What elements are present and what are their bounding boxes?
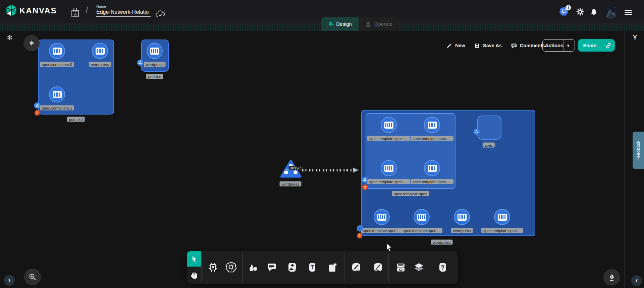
container-node[interactable] — [414, 209, 430, 225]
drawer-icon — [395, 262, 406, 273]
container-node[interactable] — [49, 43, 65, 59]
pod-kind-icon[interactable] — [474, 129, 480, 135]
error-count-badge[interactable]: 3 — [357, 233, 363, 239]
group-label: wordpress — [431, 240, 452, 245]
hand-icon — [191, 271, 198, 279]
settings-gear-icon[interactable] — [576, 8, 584, 16]
pencil-squiggle-icon — [373, 262, 383, 273]
note-tool[interactable] — [326, 261, 339, 274]
comments-label: Comments — [520, 43, 545, 48]
sync-spiral-icon[interactable]: ✻ — [7, 34, 12, 41]
mesh-component-tool[interactable] — [207, 261, 219, 274]
user-avatar[interactable] — [604, 5, 618, 19]
node-label: wordpress — [89, 62, 111, 67]
layers-tool[interactable] — [413, 261, 425, 274]
expand-right-panel-button[interactable]: ‹ — [631, 275, 642, 286]
container-node[interactable] — [374, 209, 390, 225]
error-count-badge[interactable]: 2 — [35, 110, 40, 116]
left-rail — [0, 31, 19, 288]
deployment-kind-icon[interactable]: ✻ — [357, 225, 363, 232]
actions-dropdown-button[interactable]: Actions ▾ — [542, 39, 575, 52]
new-button[interactable]: New — [446, 43, 465, 49]
expand-left-panel-button[interactable]: › — [4, 275, 15, 286]
comment-bubble-icon — [266, 262, 277, 273]
svg-text:?: ? — [441, 264, 445, 271]
tab-design[interactable]: ✻ Design — [322, 17, 359, 31]
swirl-icon: ✻ — [359, 227, 361, 230]
shapes-icon — [247, 262, 259, 273]
tab-operate[interactable]: Operate — [359, 17, 399, 31]
notifications-bell-icon[interactable] — [590, 8, 598, 16]
copy-link-icon[interactable] — [602, 42, 615, 49]
chevron-right-icon: › — [8, 277, 10, 284]
feedback-tab[interactable]: Feedback — [633, 132, 644, 169]
feedback-label: Feedback — [636, 140, 641, 160]
pen-tool-button[interactable] — [603, 269, 620, 286]
dock-divider — [201, 253, 202, 282]
pod-kind-icon[interactable] — [137, 60, 144, 66]
dock-divider — [242, 253, 243, 282]
help-tool[interactable]: ? — [436, 261, 449, 274]
text-tool[interactable]: T — [306, 261, 319, 274]
chip-icon — [208, 262, 218, 273]
main-menu-icon[interactable] — [625, 8, 632, 16]
comments-button[interactable]: Comments — [511, 43, 545, 49]
error-count-badge[interactable]: 3 — [362, 185, 368, 190]
svg-text:T: T — [311, 265, 314, 270]
chevron-left-icon: ‹ — [635, 277, 638, 284]
kubernetes-tool[interactable] — [225, 261, 237, 274]
container-node[interactable] — [454, 209, 470, 225]
group-spec-template-spec[interactable] — [366, 113, 455, 189]
tab-operate-label: Operate — [374, 21, 392, 27]
image-tool[interactable] — [286, 261, 299, 274]
dock-divider — [388, 253, 389, 282]
mode-tabs: ✻ Design Operate — [321, 17, 399, 31]
group-spec[interactable] — [477, 116, 501, 140]
group-label: pod-skd — [67, 117, 85, 122]
caret-down-icon[interactable]: ▾ — [564, 43, 573, 48]
container-node[interactable] — [494, 209, 510, 225]
node-label: spec.template.spec.s... — [411, 179, 453, 184]
comment-tool[interactable] — [265, 261, 278, 274]
new-pencil-icon — [446, 43, 452, 49]
help-icon: ? — [438, 262, 448, 273]
kanvas-logo-icon[interactable] — [5, 4, 18, 17]
group-label: spec.template.spec — [392, 191, 429, 196]
select-tool[interactable] — [187, 251, 201, 267]
node-label: wordpress — [279, 182, 301, 187]
brand-wordmark: KANVAS — [19, 6, 57, 15]
pod-kind-icon[interactable] — [34, 102, 41, 109]
container-node[interactable] — [424, 117, 440, 133]
network-edge[interactable] — [302, 169, 353, 171]
node-label: spec.containers.1 — [40, 105, 74, 111]
validate-y-icon[interactable]: Y — [633, 34, 637, 41]
design-name-field: Name — [96, 4, 151, 17]
share-button[interactable]: Share — [578, 39, 615, 52]
design-name-input[interactable] — [96, 8, 151, 17]
layers-icon — [413, 262, 425, 273]
saved-components-tool[interactable] — [394, 261, 407, 274]
cursor-arrow-icon — [191, 255, 198, 263]
save-as-button[interactable]: Save As — [474, 43, 502, 49]
pod-kind-icon[interactable] — [362, 177, 368, 183]
node-label: spec.template.spec.s... — [411, 136, 453, 141]
container-node[interactable] — [381, 160, 397, 176]
container-node[interactable] — [424, 160, 440, 176]
shapes-tool[interactable] — [247, 261, 259, 274]
marker-tool[interactable] — [350, 261, 363, 274]
zoom-button[interactable] — [24, 269, 41, 285]
canvas-fab-flower[interactable]: ✻ — [23, 35, 40, 51]
kanvas-app: KANVAS / Name — [0, 0, 644, 288]
text-icon: T — [307, 262, 318, 273]
flower-icon: ✻ — [29, 41, 34, 46]
edge-port-label: 80/TCP — [289, 166, 303, 170]
container-node[interactable] — [381, 117, 397, 133]
pan-tool[interactable] — [187, 267, 201, 284]
pencil-draw-tool[interactable] — [372, 261, 384, 274]
save-as-label: Save As — [483, 43, 502, 48]
container-node[interactable] — [147, 43, 163, 59]
organization-icon[interactable] — [70, 7, 80, 17]
container-node[interactable] — [92, 43, 108, 59]
kubernetes-context-badge: 1 — [566, 5, 571, 10]
container-node[interactable] — [49, 86, 65, 102]
